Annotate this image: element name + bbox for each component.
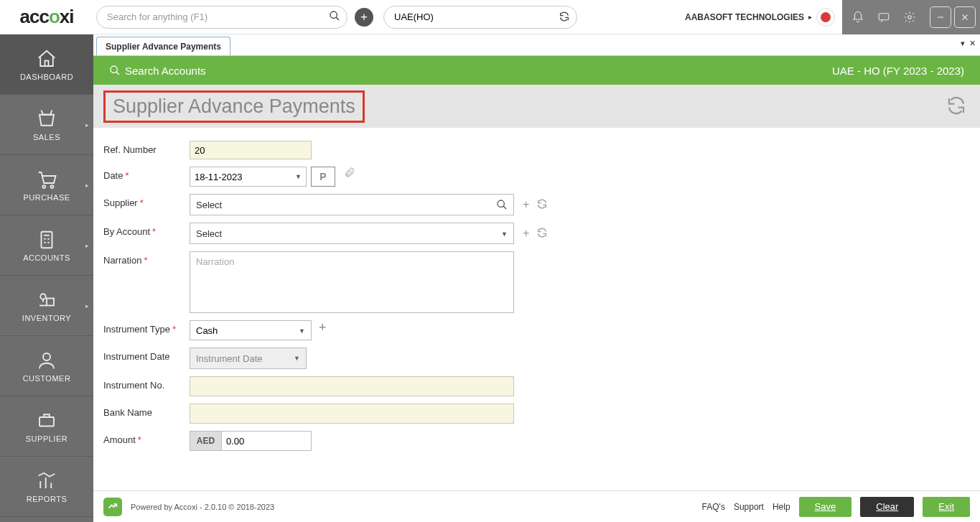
clear-button[interactable]: Clear (860, 497, 914, 517)
narration-input[interactable] (190, 251, 514, 313)
chevron-right-icon: ▸ (85, 182, 89, 189)
search-icon (496, 199, 508, 213)
amount-input[interactable] (221, 431, 312, 451)
company-name[interactable]: AABASOFT TECHNOLOGIES (685, 12, 804, 22)
tab-close-icon[interactable]: ✕ (969, 39, 976, 48)
add-instrument-icon[interactable]: + (319, 320, 327, 335)
faqs-link[interactable]: FAQ's (702, 502, 725, 512)
sidebar-item-label: INVENTORY (22, 314, 71, 322)
date-picker[interactable]: 18-11-2023 ▼ (190, 167, 307, 187)
footer: Powered by Accoxi - 2.0.10 © 2018-2023 F… (93, 490, 980, 522)
bank-name-input[interactable] (190, 404, 514, 424)
app-logo: accoxi (0, 0, 93, 34)
save-button[interactable]: Save (799, 497, 852, 517)
instrument-type-select[interactable]: Cash ▼ (190, 320, 312, 340)
tab-supplier-advance[interactable]: Supplier Advance Payments (96, 37, 230, 55)
chevron-down-icon: ▼ (295, 173, 302, 180)
chevron-down-icon: ▼ (501, 230, 508, 238)
refresh-account-icon[interactable] (536, 227, 548, 241)
page-title-strip: Supplier Advance Payments (93, 85, 980, 128)
add-account-icon[interactable]: + (523, 227, 529, 241)
currency-badge: AED (190, 431, 221, 451)
sidebar-item-label: REPORTS (27, 495, 67, 503)
date-label: Date* (103, 167, 190, 181)
supplier-placeholder: Select (196, 200, 222, 210)
svg-point-3 (908, 15, 912, 19)
refresh-supplier-icon[interactable] (536, 198, 548, 213)
sidebar-item-accounts[interactable]: ACCOUNTS ▸ (0, 215, 93, 276)
location-select[interactable] (383, 6, 577, 29)
svg-point-23 (111, 66, 117, 73)
sidebar-item-label: SALES (33, 133, 60, 141)
refresh-icon[interactable] (946, 95, 967, 119)
sidebar-item-sales[interactable]: SALES ▸ (0, 95, 93, 155)
status-indicator[interactable] (816, 8, 835, 27)
sidebar-item-label: PURCHASE (23, 193, 70, 202)
sidebar-item-customer[interactable]: CUSTOMER (0, 336, 93, 396)
company-dropdown-arrow[interactable]: ▸ (808, 13, 812, 21)
attachment-icon[interactable] (344, 167, 355, 181)
form-area: Ref. Number Date* 18-11-2023 ▼ P Supplie… (93, 128, 980, 490)
amount-label: Amount* (103, 431, 190, 445)
main-layout: DASHBOARD SALES ▸ PURCHASE ▸ ACCOUNTS ▸ … (0, 34, 980, 522)
page-title: Supplier Advance Payments (113, 95, 355, 118)
tab-strip: Supplier Advance Payments ▾ ✕ (93, 34, 980, 56)
svg-rect-2 (879, 13, 889, 19)
page-title-highlight: Supplier Advance Payments (103, 90, 365, 123)
location-wrap (383, 6, 577, 29)
sidebar-item-label: ACCOUNTS (23, 253, 70, 262)
sidebar-item-supplier[interactable]: SUPPLIER (0, 396, 93, 457)
search-accounts-label: Search Accounts (125, 65, 206, 77)
svg-point-25 (498, 200, 504, 207)
instrument-type-label: Instrument Type* (103, 320, 190, 335)
gear-icon[interactable] (897, 4, 923, 30)
sidebar-item-dashboard[interactable]: DASHBOARD (0, 34, 93, 95)
search-accounts-button[interactable]: Search Accounts (109, 65, 206, 77)
global-search-wrap (96, 6, 347, 29)
global-search-input[interactable] (96, 6, 347, 29)
sync-icon[interactable] (559, 11, 570, 24)
svg-line-24 (116, 72, 119, 75)
sidebar-item-purchase[interactable]: PURCHASE ▸ (0, 155, 93, 215)
chevron-right-icon: ▸ (85, 242, 89, 249)
quick-add-button[interactable]: + (355, 8, 373, 27)
svg-point-18 (43, 353, 50, 360)
bell-icon[interactable] (845, 4, 871, 30)
help-link[interactable]: Help (773, 502, 790, 512)
sidebar-item-reports[interactable]: REPORTS (0, 457, 93, 517)
close-button[interactable] (954, 6, 976, 28)
svg-line-26 (503, 206, 506, 209)
svg-point-16 (40, 294, 46, 299)
svg-point-0 (330, 11, 337, 18)
date-value: 18-11-2023 (195, 172, 243, 182)
support-link[interactable]: Support (734, 502, 764, 512)
sidebar-item-inventory[interactable]: INVENTORY ▸ (0, 276, 93, 336)
svg-rect-7 (45, 60, 49, 66)
chat-icon[interactable] (871, 4, 897, 30)
footer-logo-icon (103, 498, 122, 516)
instrument-no-input[interactable] (190, 376, 514, 396)
tab-menu-icon[interactable]: ▾ (961, 39, 965, 48)
ref-number-input[interactable] (190, 141, 312, 159)
powered-by-text: Powered by Accoxi - 2.0.10 © 2018-2023 (131, 503, 274, 511)
instrument-date-picker[interactable]: Instrument Date ▼ (190, 348, 307, 369)
minimize-button[interactable] (930, 6, 951, 28)
sidebar-item-label: CUSTOMER (23, 374, 71, 383)
sidebar: DASHBOARD SALES ▸ PURCHASE ▸ ACCOUNTS ▸ … (0, 34, 93, 522)
chevron-down-icon: ▼ (299, 327, 305, 335)
chevron-right-icon: ▸ (85, 121, 89, 129)
search-icon[interactable] (329, 10, 340, 24)
supplier-label: Supplier* (103, 194, 190, 208)
by-account-select[interactable]: Select ▼ (190, 223, 514, 244)
svg-rect-17 (47, 298, 54, 305)
add-supplier-icon[interactable]: + (523, 198, 529, 213)
svg-rect-10 (42, 231, 52, 248)
sidebar-item-label: SUPPLIER (26, 434, 67, 443)
exit-button[interactable]: Exit (923, 497, 970, 517)
supplier-select[interactable]: Select (190, 194, 514, 215)
by-account-placeholder: Select (196, 228, 222, 239)
chevron-right-icon: ▸ (85, 302, 89, 309)
p-button[interactable]: P (311, 167, 335, 187)
narration-label: Narration* (103, 251, 190, 266)
instrument-no-label: Instrument No. (103, 376, 190, 391)
